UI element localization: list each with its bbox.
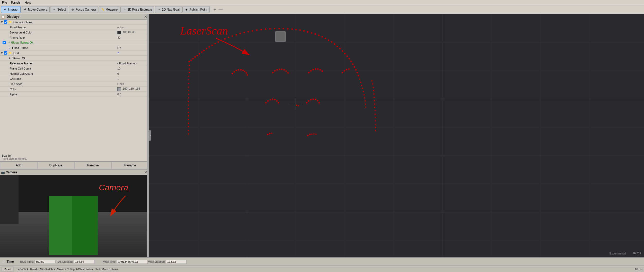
svg-point-71 (350, 61, 352, 62)
grid-status-expand-icon[interactable] (9, 57, 11, 60)
grid-expand-icon[interactable] (1, 52, 3, 54)
wall-elapsed-input[interactable] (166, 260, 187, 264)
wall-time-input[interactable] (117, 260, 148, 264)
svg-point-139 (287, 72, 289, 74)
svg-point-48 (274, 28, 275, 29)
ros-elapsed-input[interactable] (74, 260, 94, 264)
displays-body[interactable]: 📁 Global Options Fixed Frame odom Backgr… (0, 20, 149, 153)
interact-icon: ⊕ (3, 8, 7, 11)
svg-point-103 (189, 65, 190, 66)
svg-point-25 (194, 56, 196, 58)
reset-button[interactable]: Reset (2, 267, 14, 272)
grid-checkbox[interactable] (4, 51, 7, 55)
svg-point-85 (365, 104, 366, 105)
select-button[interactable]: ↖ Select (50, 6, 68, 13)
menu-help[interactable]: Help (24, 1, 32, 5)
svg-point-124 (233, 71, 235, 73)
ros-time-input[interactable] (34, 260, 55, 264)
svg-point-152 (267, 100, 269, 102)
ref-frame-row: Reference Frame <Fixed Frame> (0, 61, 149, 66)
svg-point-101 (375, 127, 376, 128)
toolbar: ⊕ Interact ✥ Move Camera ↖ Select ◎ Focu… (0, 5, 644, 14)
svg-point-55 (303, 30, 305, 32)
svg-point-37 (228, 37, 229, 38)
svg-point-145 (319, 69, 321, 71)
camera-green-rect2 (72, 196, 98, 255)
right-panel-collapse-handle[interactable]: › (149, 130, 151, 141)
global-status-checkbox[interactable] (3, 41, 6, 44)
svg-point-169 (309, 134, 311, 135)
svg-point-78 (360, 82, 361, 83)
fps-indicator: 16 fps (632, 251, 641, 255)
svg-point-84 (365, 100, 366, 102)
svg-point-69 (346, 55, 348, 57)
rename-display-button[interactable]: Rename (112, 162, 149, 169)
fixed-frame-value: odom (117, 26, 148, 29)
toolbar-add-icon[interactable]: + (213, 7, 217, 12)
grid-color-row: Color 160; 160; 164 (0, 87, 149, 92)
svg-point-108 (188, 83, 190, 84)
frame-rate-value: 30 (117, 36, 148, 39)
grid-status-row[interactable]: Status: Ok (0, 56, 149, 61)
svg-point-57 (311, 32, 312, 34)
svg-point-63 (331, 41, 332, 43)
global-options-expand-icon[interactable] (1, 21, 3, 23)
move-camera-icon: ✥ (23, 8, 27, 11)
alpha-value: 0.5 (117, 93, 148, 96)
svg-point-147 (341, 72, 343, 73)
svg-point-61 (325, 38, 326, 39)
global-options-row[interactable]: 📁 Global Options (0, 20, 149, 25)
rviz-3d-view[interactable]: LaserScan (149, 14, 644, 257)
grid-row[interactable]: 📁 Grid ✓ (0, 50, 149, 56)
panel-resize-handle[interactable] (147, 14, 149, 257)
ref-frame-value: <Fixed Frame> (117, 62, 148, 65)
cell-size-row: Cell Size 1 (0, 76, 149, 81)
toolbar-remove-icon[interactable]: — (217, 7, 224, 12)
svg-point-148 (343, 70, 345, 72)
ros-time-label: ROS Time: (20, 260, 34, 263)
svg-point-81 (363, 91, 364, 92)
svg-point-99 (375, 120, 376, 122)
display-buttons: Add Duplicate Remove Rename (0, 162, 149, 169)
grid-folder-icon: 📁 (8, 51, 12, 55)
bg-color-swatch[interactable] (117, 31, 121, 34)
svg-point-47 (269, 28, 271, 30)
right-panel[interactable]: › (149, 14, 644, 257)
svg-rect-1 (149, 14, 644, 257)
svg-point-41 (243, 32, 245, 33)
add-display-button[interactable]: Add (0, 162, 37, 169)
size-title: Size (m) (2, 154, 147, 157)
global-options-checkbox[interactable] (4, 20, 7, 24)
svg-point-49 (278, 28, 280, 29)
svg-point-31 (208, 46, 210, 48)
camera-view[interactable]: Camera (0, 175, 149, 257)
measure-button[interactable]: 📏 Measure (99, 6, 120, 13)
grid-color-swatch[interactable] (117, 87, 121, 91)
svg-point-91 (373, 94, 375, 95)
duplicate-display-button[interactable]: Duplicate (37, 162, 75, 169)
global-status-row[interactable]: ✓ Global Status: Ok (0, 40, 149, 45)
svg-point-174 (298, 105, 299, 107)
svg-point-94 (374, 104, 375, 105)
svg-point-50 (283, 28, 284, 29)
menu-file[interactable]: File (1, 1, 8, 5)
publish-point-button[interactable]: ◆ Publish Point (182, 6, 210, 13)
menu-panels[interactable]: Panels (10, 1, 22, 5)
svg-point-149 (346, 69, 347, 70)
svg-point-138 (285, 70, 287, 72)
normal-cell-label: Normal Cell Count (9, 72, 117, 75)
move-camera-button[interactable]: ✥ Move Camera (21, 6, 50, 13)
nav-goal-button[interactable]: → 2D Nav Goal (155, 6, 182, 13)
svg-point-170 (311, 134, 313, 135)
pose-estimate-button[interactable]: → 2D Pose Estimate (120, 6, 154, 13)
remove-display-button[interactable]: Remove (74, 162, 112, 169)
svg-point-87 (371, 80, 373, 82)
focus-camera-button[interactable]: ◎ Focus Camera (69, 6, 98, 13)
svg-point-80 (362, 88, 363, 89)
svg-point-171 (313, 133, 315, 135)
interact-button[interactable]: ⊕ Interact (1, 6, 21, 13)
svg-point-144 (317, 68, 319, 70)
camera-green-rect1 (49, 196, 72, 255)
global-options-folder-icon: 📁 (8, 20, 12, 24)
wall-elapsed-label: Wall Elapsed: (148, 260, 165, 263)
